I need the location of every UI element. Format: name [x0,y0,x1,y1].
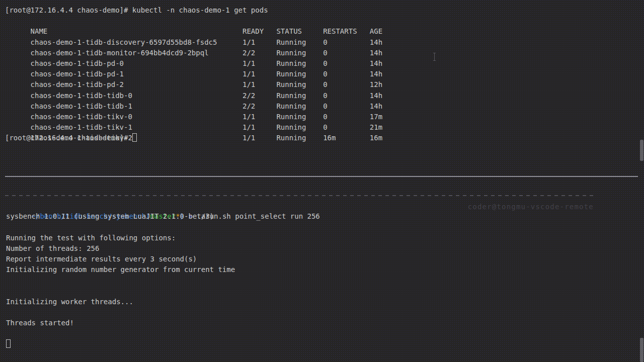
terminal-cursor [6,339,11,348]
pod-name: chaos-demo-1-tidb-monitor-694bb4dcd9-2bp… [31,48,243,58]
output-line: Running the test with following options: [6,233,320,243]
shell-command-text: ./run.sh point_select run 256 [197,212,319,220]
pod-status: Running [276,122,323,133]
pod-status: Running [276,58,323,69]
pod-restarts: 0 [323,37,370,48]
pod-age: 14h [370,58,382,69]
pod-age: 14h [370,69,382,79]
pod-age: 16m [370,133,382,143]
pod-age: 17m [370,112,382,122]
pod-restarts: 0 [323,58,370,69]
output-line: Threads started! [6,318,320,328]
header-age: AGE [370,26,382,37]
pods-table-header: NAMEREADYSTATUSRESTARTSAGE [5,16,382,26]
pod-ready: 1/1 [243,37,276,48]
shell-prompt-line: ~/bench/tidb-bench/sysbench(master*) » .… [6,201,320,211]
output-line [6,222,320,232]
shell-prompt-text: [root@172.16.4.4 chaos-demo]# [5,134,132,142]
pod-ready: 2/2 [243,101,276,112]
pod-name: chaos-demo-1-tidb-tikv-1 [31,122,243,133]
pod-status: Running [276,133,323,143]
text-ibeam-mouse-cursor [433,53,436,61]
pod-ready: 1/1 [243,58,276,69]
pod-ready: 1/1 [243,112,276,122]
output-line [6,286,320,297]
output-line: Initializing worker threads... [6,297,320,307]
header-ready: READY [243,26,276,37]
pod-status: Running [276,101,323,112]
pod-status: Running [276,69,323,79]
pod-ready: 1/1 [243,122,276,133]
pod-age: 12h [370,79,382,90]
dashed-separator [5,195,594,196]
pod-ready: 2/2 [243,90,276,101]
pod-ready: 1/1 [243,133,276,143]
pod-age: 14h [370,101,382,112]
remote-session-watermark: coder@tongmu-vscode-remote [468,202,594,211]
pod-ready: 1/1 [243,79,276,90]
pod-restarts: 0 [323,122,370,133]
pod-ready: 1/1 [243,69,276,79]
shell-command-text: [root@172.16.4.4 chaos-demo]# kubectl -n… [5,6,268,14]
output-line [6,307,320,318]
output-line: Report intermediate results every 3 seco… [6,254,320,264]
terminal-cursor [132,133,137,142]
pod-restarts: 0 [323,79,370,90]
sysbench-terminal-pane[interactable]: ~/bench/tidb-bench/sysbench(master*) » .… [6,201,320,350]
output-line [6,328,320,339]
pod-name: chaos-demo-1-tidb-pd-0 [31,58,243,69]
output-line: Initializing random number generator fro… [6,264,320,275]
pod-restarts: 0 [323,48,370,58]
pod-restarts: 0 [323,90,370,101]
pod-name: chaos-demo-1-tidb-pd-2 [31,79,243,90]
header-restarts: RESTARTS [323,26,370,37]
output-line [6,275,320,286]
pod-age: 21m [370,122,382,133]
terminal-screen: [root@172.16.4.4 chaos-demo]# kubectl -n… [0,0,644,362]
pod-restarts: 0 [323,112,370,122]
header-name: NAME [31,26,243,37]
pane-divider [5,176,638,177]
pod-status: Running [276,112,323,122]
pod-status: Running [276,90,323,101]
kubectl-terminal-pane[interactable]: [root@172.16.4.4 chaos-demo]# kubectl -n… [5,5,382,143]
pod-name: chaos-demo-1-tidb-tidb-1 [31,101,243,112]
pod-age: 14h [370,37,382,48]
pod-age: 14h [370,48,382,58]
pod-age: 14h [370,90,382,101]
cursor-line [6,339,320,349]
pod-ready: 2/2 [243,48,276,58]
pod-restarts: 0 [323,101,370,112]
pod-name: chaos-demo-1-tidb-pd-1 [31,69,243,79]
pod-name: chaos-demo-1-tidb-tikv-0 [31,112,243,122]
pod-name: chaos-demo-1-tidb-tidb-0 [31,90,243,101]
output-line: Number of threads: 256 [6,243,320,254]
scrollbar-thumb-top[interactable] [640,140,643,161]
pod-restarts: 0 [323,69,370,79]
header-status: STATUS [276,26,323,37]
scrollbar-thumb-bottom[interactable] [640,338,643,362]
pod-status: Running [276,37,323,48]
pod-name: chaos-demo-1-tidb-discovery-6597d55bd8-f… [31,37,243,48]
pod-age: 16m [323,133,370,143]
pod-status: Running [276,48,323,58]
pod-status: Running [276,79,323,90]
shell-command-line: [root@172.16.4.4 chaos-demo]# kubectl -n… [5,5,382,16]
